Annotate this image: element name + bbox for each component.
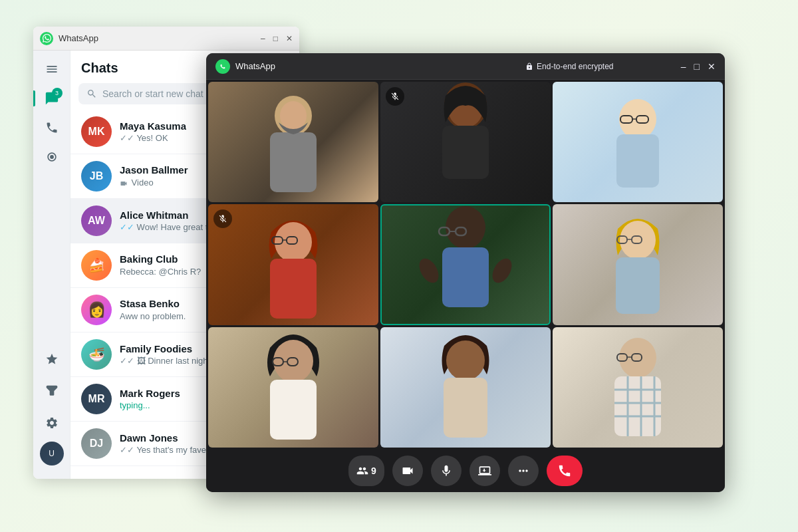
main-title-bar: WhatsApp – □ ✕ — [33, 27, 299, 51]
avatar-maya: MK — [81, 116, 112, 147]
avatar-stasa: 👩 — [81, 295, 112, 325]
svg-point-22 — [419, 255, 442, 286]
person-shape-6 — [595, 204, 681, 325]
chat-name-dawn: Dawn Jones — [120, 432, 178, 444]
call-controls-bar: 9 — [206, 450, 725, 492]
sidebar: 3 — [33, 51, 70, 479]
person-shape-9 — [595, 327, 681, 448]
camera-icon — [401, 464, 414, 477]
video-cell-4 — [208, 204, 378, 325]
svg-point-3 — [280, 101, 307, 130]
avatar-family: 🍜 — [81, 339, 112, 370]
microphone-toggle-button[interactable] — [431, 456, 462, 486]
participants-button[interactable]: 9 — [348, 456, 384, 486]
sidebar-menu-button[interactable] — [39, 56, 65, 82]
sidebar-item-calls[interactable] — [39, 114, 65, 141]
lock-icon — [525, 63, 533, 70]
e2e-label: End-to-end encrypted — [537, 62, 613, 71]
chats-badge: 3 — [52, 88, 63, 98]
participants-icon — [356, 465, 368, 477]
svg-point-7 — [619, 99, 656, 139]
avatar-alice: AW — [81, 205, 112, 236]
chat-name-maya: Maya Kasuma — [120, 120, 186, 132]
chat-name-family: Family Foodies — [120, 343, 192, 354]
chat-msg-family: ✓✓ 🖼 Dinner last night — [120, 356, 210, 366]
video-cell-5 — [380, 204, 551, 325]
end-call-button[interactable] — [547, 456, 583, 486]
svg-rect-2 — [270, 132, 317, 192]
chat-name-alice: Alice Whitman — [120, 209, 188, 221]
chat-msg-mark: typing... — [120, 400, 150, 410]
svg-point-23 — [489, 255, 512, 286]
svg-point-36 — [619, 338, 656, 378]
title-bar-controls: – □ ✕ — [261, 34, 293, 43]
person-shape-1 — [253, 82, 333, 202]
video-cell-7 — [208, 327, 378, 448]
svg-rect-28 — [616, 257, 660, 314]
chat-msg-maya: ✓✓ Yes! OK — [120, 133, 168, 143]
sidebar-item-settings[interactable] — [39, 410, 65, 436]
end-call-icon — [557, 464, 572, 478]
chats-title: Chats — [81, 61, 118, 76]
svg-rect-16 — [270, 259, 317, 319]
maximize-button[interactable]: □ — [273, 34, 278, 43]
person-shape-3 — [598, 82, 678, 202]
sidebar-item-archived[interactable] — [39, 378, 65, 404]
vc-window-controls: – □ ✕ — [681, 61, 716, 72]
vc-maximize-button[interactable]: □ — [694, 61, 700, 72]
chat-msg-baking: Rebecca: @Chris R? — [120, 267, 201, 277]
search-icon — [86, 88, 97, 99]
more-options-icon — [517, 464, 530, 477]
sidebar-item-starred[interactable] — [39, 346, 65, 372]
sidebar-bottom-icons: U — [39, 346, 65, 473]
more-options-button[interactable] — [508, 456, 539, 486]
video-cell-9 — [553, 327, 723, 448]
desktop-area: WhatsApp – □ ✕ 3 — [33, 27, 765, 505]
close-button[interactable]: ✕ — [286, 34, 293, 43]
vc-app-logo — [215, 59, 230, 74]
svg-rect-33 — [270, 380, 317, 440]
svg-point-29 — [273, 340, 313, 382]
avatar-baking: 🍰 — [81, 250, 112, 281]
camera-toggle-button[interactable] — [392, 456, 423, 486]
vc-title-bar: WhatsApp End-to-end encrypted – □ ✕ — [206, 53, 725, 80]
sidebar-item-status[interactable] — [39, 144, 65, 170]
participant-count-label: 9 — [371, 466, 376, 476]
app-logo — [40, 32, 53, 45]
video-cell-3 — [553, 82, 723, 202]
chat-msg-stasa: Aww no problem. — [120, 311, 186, 321]
chat-name-baking: Baking Club — [120, 253, 178, 265]
vc-e2e-indicator: End-to-end encrypted — [458, 62, 681, 71]
screen-share-button[interactable] — [469, 456, 500, 486]
mic-off-badge-4 — [213, 209, 232, 228]
person-shape-4 — [250, 204, 336, 325]
sidebar-item-chats[interactable]: 3 — [39, 85, 65, 112]
person-shape-8 — [422, 327, 509, 448]
svg-rect-11 — [616, 134, 659, 188]
svg-rect-21 — [442, 247, 489, 307]
vc-app-title: WhatsApp — [235, 61, 458, 71]
minimize-button[interactable]: – — [261, 34, 265, 43]
mic-off-badge-2 — [386, 87, 404, 106]
avatar-jason: JB — [81, 161, 112, 192]
chat-name-jason: Jason Ballmer — [120, 164, 188, 176]
avatar-dawn: DJ — [81, 428, 112, 459]
chat-name-mark: Mark Rogers — [120, 388, 180, 399]
person-shape-2 — [419, 82, 512, 202]
person-shape-7 — [250, 327, 336, 448]
chat-name-stasa: Stasa Benko — [120, 298, 180, 309]
svg-point-0 — [50, 155, 54, 159]
person-shape-5 — [419, 204, 512, 323]
screen-share-icon — [478, 464, 491, 477]
svg-rect-6 — [442, 126, 489, 179]
video-call-window: WhatsApp End-to-end encrypted – □ ✕ — [206, 53, 725, 492]
vc-close-button[interactable]: ✕ — [708, 61, 716, 72]
video-cell-8 — [380, 327, 551, 448]
video-cell-6 — [553, 204, 723, 325]
avatar-mark: MR — [81, 384, 112, 414]
vc-minimize-button[interactable]: – — [681, 61, 686, 72]
video-cell-2 — [380, 82, 551, 202]
user-avatar[interactable]: U — [40, 442, 64, 466]
svg-rect-35 — [444, 378, 487, 438]
chat-msg-jason: Video — [120, 178, 154, 188]
